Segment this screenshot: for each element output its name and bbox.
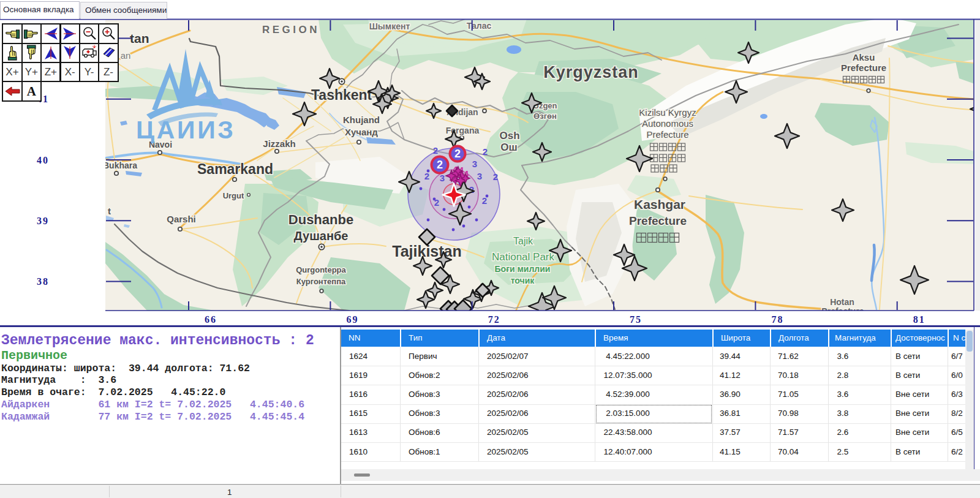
svg-text:Qarshi: Qarshi (167, 214, 196, 224)
svg-text:Tajik: Tajik (513, 236, 533, 246)
svg-text:Jizzakh: Jizzakh (263, 138, 295, 149)
svg-text:Fergana: Fergana (446, 126, 480, 135)
svg-text:Bukhara: Bukhara (103, 160, 137, 170)
svg-text:an: an (121, 50, 131, 61)
svg-text:точик: точик (511, 276, 535, 285)
svg-text:2: 2 (483, 146, 488, 157)
svg-text:Боғи миллии: Боғи миллии (495, 264, 551, 274)
svg-text:Khujand: Khujand (343, 115, 380, 125)
svg-text:tan: tan (130, 31, 149, 45)
svg-text:Шымкент: Шымкент (369, 21, 410, 31)
svg-text:2: 2 (437, 159, 443, 171)
svg-text:Өзгөн: Өзгөн (533, 111, 557, 121)
svg-text:Талас: Талас (467, 21, 492, 31)
svg-text:40: 40 (37, 155, 49, 165)
svg-text:Кургонтеппа: Кургонтеппа (296, 277, 346, 286)
svg-text:Prefecture: Prefecture (629, 214, 687, 227)
svg-text:Aksu: Aksu (853, 52, 875, 62)
svg-text:69: 69 (346, 314, 358, 325)
svg-text:75: 75 (630, 314, 642, 325)
svg-text:Osh: Osh (499, 130, 519, 141)
svg-text:Kyrgyzstan: Kyrgyzstan (543, 63, 639, 81)
svg-text:Samarkand: Samarkand (197, 161, 273, 177)
svg-text:ЦАИИЗ: ЦАИИЗ (136, 116, 235, 144)
svg-text:Dushanbe: Dushanbe (288, 212, 353, 227)
svg-text:Prefecture: Prefecture (841, 62, 886, 73)
svg-text:Urgut: Urgut (223, 191, 244, 200)
svg-text:Хучанд: Хучанд (345, 127, 378, 137)
svg-text:National Park: National Park (492, 251, 555, 263)
svg-text:Prefecture: Prefecture (646, 129, 688, 140)
svg-text:72: 72 (488, 314, 500, 325)
svg-text:2: 2 (424, 171, 429, 181)
svg-text:Hotan: Hotan (830, 297, 854, 307)
svg-text:78: 78 (771, 314, 783, 325)
svg-text:3: 3 (472, 159, 477, 169)
svg-text:3: 3 (477, 171, 482, 181)
svg-text:3: 3 (440, 173, 445, 183)
svg-text:Душанбе: Душанбе (294, 229, 349, 243)
svg-text:Kizilsu Kyrgyz: Kizilsu Kyrgyz (639, 107, 696, 118)
svg-text:Tashkent: Tashkent (311, 87, 372, 103)
svg-text:Autonomous: Autonomous (642, 118, 693, 129)
svg-text:REGION: REGION (262, 24, 320, 36)
svg-text:66: 66 (205, 314, 217, 325)
svg-text:38: 38 (37, 276, 49, 287)
svg-text:Kashgar: Kashgar (634, 197, 685, 211)
svg-text:81: 81 (913, 314, 925, 325)
svg-text:2: 2 (493, 172, 498, 182)
svg-text:39: 39 (37, 216, 49, 226)
svg-text:Prefecture: Prefecture (821, 306, 864, 316)
svg-text:t: t (108, 206, 111, 216)
svg-text:Ош: Ош (500, 141, 517, 153)
svg-text:2: 2 (454, 148, 461, 160)
svg-text:Qurgonteppa: Qurgonteppa (296, 265, 346, 274)
svg-text:2: 2 (433, 145, 438, 156)
